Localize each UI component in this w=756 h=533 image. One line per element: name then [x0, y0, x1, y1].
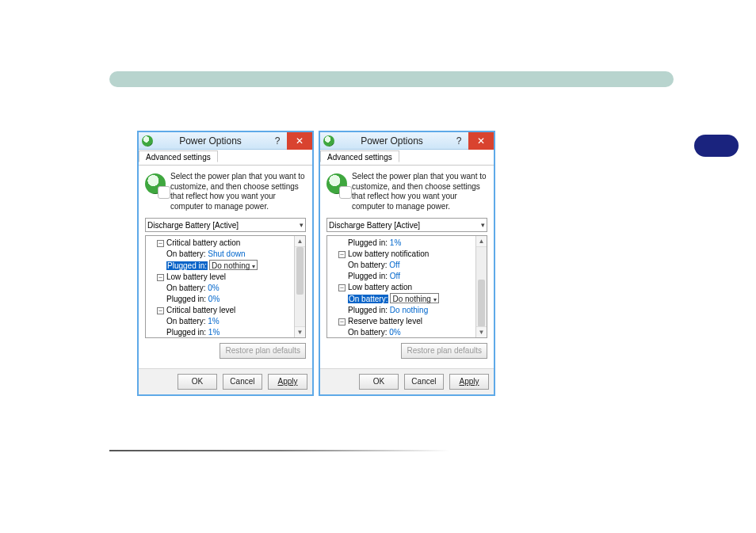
- tree-leaf-plugged-in-selected[interactable]: Plugged in:Do nothing▾: [147, 260, 304, 272]
- restore-row: Restore plan defaults: [326, 338, 487, 364]
- tree-node-critical-battery-level[interactable]: −Critical battery level: [147, 305, 304, 316]
- window-title: Power Options: [153, 135, 268, 147]
- expand-toggle[interactable]: −: [157, 274, 164, 281]
- dialog-buttons: OK Cancel Apply: [320, 368, 494, 394]
- value-dropdown[interactable]: Do nothing▾: [390, 293, 438, 303]
- value-dropdown[interactable]: Do nothing▾: [209, 260, 258, 270]
- tree-node-reserve-battery-level[interactable]: −Reserve battery level: [329, 316, 485, 327]
- help-button[interactable]: ?: [449, 132, 468, 150]
- settings-tree-container: Plugged in: 1% −Low battery notification…: [326, 235, 487, 338]
- cancel-button[interactable]: Cancel: [223, 374, 262, 390]
- tab-advanced-settings[interactable]: Advanced settings: [320, 150, 399, 162]
- chevron-down-icon: ▾: [252, 263, 255, 270]
- help-button[interactable]: ?: [268, 132, 287, 150]
- expand-toggle[interactable]: −: [157, 307, 164, 314]
- settings-tree[interactable]: Plugged in: 1% −Low battery notification…: [327, 236, 487, 338]
- scrollbar-thumb[interactable]: [478, 280, 485, 327]
- titlebar-buttons: ? ✕: [449, 132, 494, 150]
- settings-tree[interactable]: −Critical battery action On battery: Shu…: [146, 236, 305, 338]
- titlebar[interactable]: Power Options ? ✕: [320, 132, 494, 150]
- expand-toggle[interactable]: −: [338, 251, 346, 258]
- power-plan-icon: [326, 173, 347, 194]
- titlebar-buttons: ? ✕: [268, 132, 312, 150]
- ok-button[interactable]: OK: [359, 374, 399, 390]
- tree-leaf-plugged-in[interactable]: Plugged in: 1%: [329, 238, 485, 249]
- expand-toggle[interactable]: −: [157, 240, 164, 247]
- dialog-body: Select the power plan that you want to c…: [139, 166, 312, 368]
- dialog-buttons: OK Cancel Apply: [139, 368, 312, 394]
- restore-plan-defaults-button[interactable]: Restore plan defaults: [401, 343, 487, 359]
- chevron-down-icon: ▾: [300, 221, 304, 229]
- dialogs-container: Power Options ? ✕ Advanced settings Sele…: [137, 131, 495, 396]
- scroll-up-icon[interactable]: ▲: [476, 236, 487, 247]
- scrollbar-thumb[interactable]: [296, 247, 304, 295]
- chevron-down-icon: ▾: [433, 296, 437, 303]
- description-row: Select the power plan that you want to c…: [326, 172, 487, 211]
- chevron-down-icon: ▾: [481, 221, 485, 229]
- decorative-side-badge: [694, 135, 739, 157]
- tree-leaf-on-battery[interactable]: On battery: 1%: [147, 316, 304, 327]
- scrollbar[interactable]: ▲ ▼: [475, 236, 487, 337]
- decorative-top-bar: [109, 71, 674, 87]
- scrollbar[interactable]: ▲ ▼: [294, 236, 305, 337]
- power-plan-select[interactable]: Discharge Battery [Active] ▾: [145, 218, 306, 232]
- power-icon: [142, 135, 153, 147]
- power-plan-value: Discharge Battery [Active]: [329, 221, 420, 230]
- tree-node-low-battery-action[interactable]: −Low battery action: [329, 282, 485, 293]
- restore-row: Restore plan defaults: [145, 338, 306, 364]
- tree-leaf-on-battery[interactable]: On battery: Off: [329, 260, 485, 271]
- scroll-down-icon[interactable]: ▼: [476, 326, 487, 337]
- tree-leaf-on-battery[interactable]: On battery: 0%: [329, 327, 485, 338]
- tree-leaf-plugged-in[interactable]: Plugged in: Do nothing: [329, 305, 485, 316]
- dialog-body: Select the power plan that you want to c…: [320, 166, 494, 368]
- settings-tree-container: −Critical battery action On battery: Shu…: [145, 235, 306, 338]
- close-button[interactable]: ✕: [468, 132, 494, 150]
- apply-button[interactable]: Apply: [449, 374, 489, 390]
- power-options-dialog-right: Power Options ? ✕ Advanced settings Sele…: [319, 131, 495, 396]
- titlebar[interactable]: Power Options ? ✕: [139, 132, 312, 150]
- power-icon: [323, 135, 334, 147]
- tree-leaf-on-battery-selected[interactable]: On battery:Do nothing▾: [329, 293, 485, 305]
- tree-leaf-plugged-in[interactable]: Plugged in: Off: [329, 271, 485, 282]
- tree-leaf-plugged-in[interactable]: Plugged in: 1%: [147, 327, 304, 338]
- tree-leaf-plugged-in[interactable]: Plugged in: 0%: [147, 294, 304, 305]
- tree-leaf-on-battery[interactable]: On battery: 0%: [147, 283, 304, 294]
- expand-toggle[interactable]: −: [338, 318, 346, 326]
- expand-toggle[interactable]: −: [338, 284, 346, 291]
- tree-leaf-on-battery[interactable]: On battery: Shut down: [147, 249, 304, 260]
- power-plan-icon: [145, 173, 166, 194]
- decorative-footer-line: [109, 450, 450, 451]
- description-text: Select the power plan that you want to c…: [352, 172, 487, 211]
- apply-button[interactable]: Apply: [268, 374, 307, 390]
- scroll-down-icon[interactable]: ▼: [295, 326, 305, 337]
- description-text: Select the power plan that you want to c…: [170, 172, 306, 211]
- cancel-button[interactable]: Cancel: [404, 374, 444, 390]
- tree-node-critical-battery-action[interactable]: −Critical battery action: [147, 238, 304, 249]
- description-row: Select the power plan that you want to c…: [145, 172, 306, 211]
- power-plan-value: Discharge Battery [Active]: [147, 221, 239, 230]
- power-options-dialog-left: Power Options ? ✕ Advanced settings Sele…: [137, 131, 314, 396]
- ok-button[interactable]: OK: [178, 374, 217, 390]
- scroll-up-icon[interactable]: ▲: [295, 236, 305, 247]
- close-button[interactable]: ✕: [287, 132, 312, 150]
- tab-advanced-settings[interactable]: Advanced settings: [139, 150, 218, 162]
- power-plan-select[interactable]: Discharge Battery [Active] ▾: [326, 218, 487, 232]
- restore-plan-defaults-button[interactable]: Restore plan defaults: [220, 343, 306, 359]
- tree-node-low-battery-level[interactable]: −Low battery level: [147, 272, 304, 283]
- window-title: Power Options: [334, 135, 449, 147]
- tabstrip: Advanced settings: [139, 150, 312, 166]
- tree-node-low-battery-notification[interactable]: −Low battery notification: [329, 249, 485, 260]
- tabstrip: Advanced settings: [320, 150, 494, 166]
